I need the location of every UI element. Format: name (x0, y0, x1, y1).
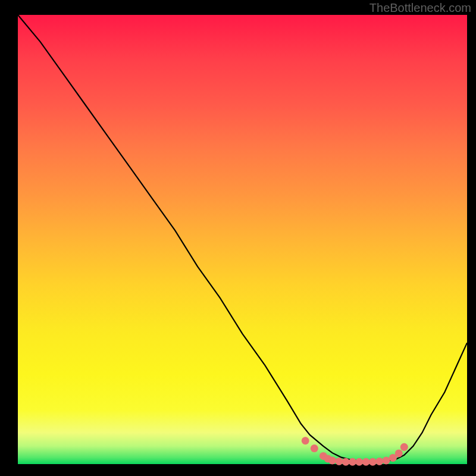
plot-gradient-background (18, 15, 467, 464)
fit-marker (328, 456, 336, 464)
fit-marker (362, 458, 370, 466)
watermark-text: TheBottleneck.com (369, 1, 471, 15)
fit-marker (342, 458, 350, 466)
curve-group (18, 15, 467, 462)
bottleneck-curve (18, 15, 467, 462)
chart-svg (18, 15, 467, 464)
fit-marker (302, 437, 309, 444)
fit-marker (335, 458, 343, 465)
chart-container: TheBottleneck.com (0, 0, 476, 476)
fit-marker (400, 443, 408, 451)
fit-marker (375, 458, 383, 465)
fit-marker (311, 444, 318, 452)
fit-marker (355, 458, 363, 466)
fit-marker (395, 449, 403, 457)
fit-marker (349, 458, 356, 466)
fit-marker (369, 458, 377, 466)
fit-marker (383, 456, 390, 464)
